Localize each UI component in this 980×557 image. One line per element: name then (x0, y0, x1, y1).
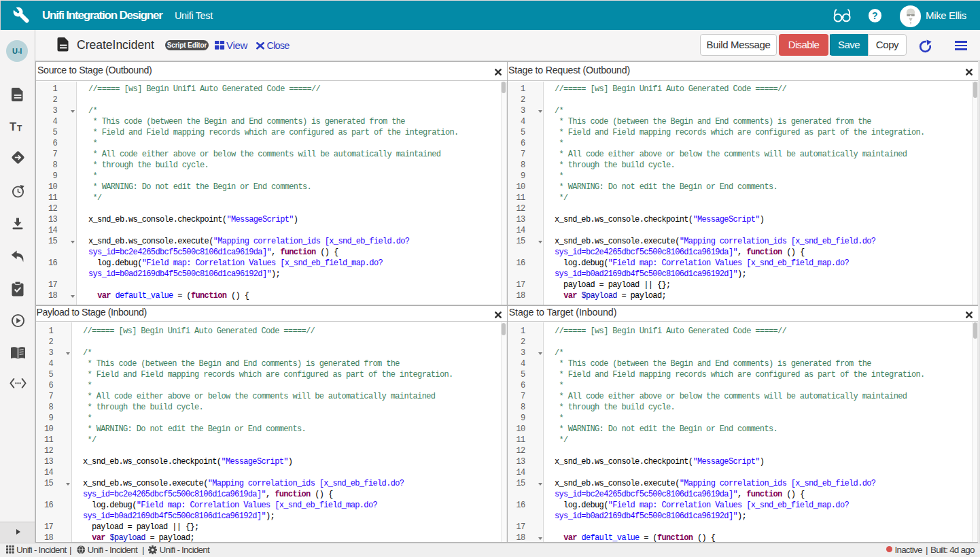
svg-text:T: T (17, 124, 22, 133)
svg-text:T: T (10, 120, 16, 133)
